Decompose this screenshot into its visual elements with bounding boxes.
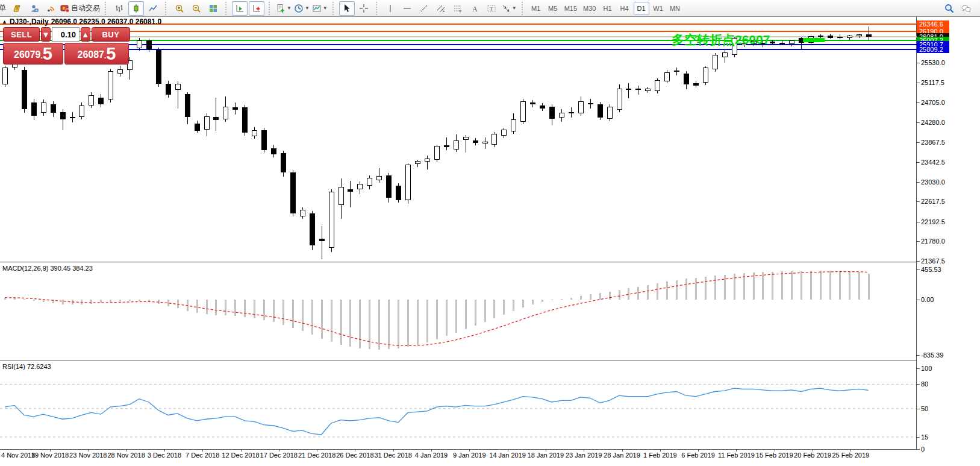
text-button[interactable]: A xyxy=(467,1,482,16)
tile-windows-button[interactable] xyxy=(205,1,221,16)
macd-histogram-bar xyxy=(599,293,601,300)
search-button[interactable] xyxy=(941,1,957,16)
time-axis[interactable]: 4 Nov 201819 Nov 201823 Nov 201828 Nov 2… xyxy=(0,449,917,466)
plot-layer[interactable] xyxy=(0,17,917,466)
crosshair-button[interactable] xyxy=(356,1,372,16)
chat-button[interactable] xyxy=(958,1,974,16)
volume-up-icon: ▲ xyxy=(81,30,89,39)
price-axis[interactable]: 25530.025117.524705.024280.023867.523442… xyxy=(917,17,980,466)
candlestick-chart-icon xyxy=(131,4,141,13)
candlestick-chart-button[interactable] xyxy=(128,1,144,16)
toolbar-separator xyxy=(376,2,379,15)
volume-up-button[interactable]: ▲ xyxy=(81,27,90,42)
macd-histogram-bar xyxy=(234,300,236,316)
templates-button[interactable]: ▼ xyxy=(311,1,328,16)
macd-histogram-bar xyxy=(724,275,726,300)
macd-histogram-bar xyxy=(426,300,428,342)
chevron-down-icon: ▼ xyxy=(287,6,292,11)
candle xyxy=(645,89,651,91)
macd-histogram-bar xyxy=(4,298,6,300)
candle xyxy=(549,107,555,119)
candle xyxy=(664,72,670,81)
signals-button[interactable] xyxy=(43,1,58,16)
price-tick-label: 23867.5 xyxy=(921,139,945,146)
macd-histogram-bar xyxy=(580,296,582,300)
sell-price-button[interactable]: 26079 . 5 xyxy=(3,43,63,65)
date-tick xyxy=(279,449,279,452)
macd-histogram-bar xyxy=(302,300,304,331)
chart-shift-button[interactable] xyxy=(249,1,264,16)
auto-scroll-button[interactable] xyxy=(232,1,248,16)
candle xyxy=(329,192,334,247)
candle xyxy=(713,55,718,69)
date-tick xyxy=(88,449,89,452)
navigator-button[interactable] xyxy=(26,1,42,16)
buy-button[interactable]: BUY xyxy=(92,27,130,42)
zoom-out-button[interactable] xyxy=(189,1,204,16)
candle xyxy=(626,89,631,90)
market-watch-button[interactable] xyxy=(9,1,25,16)
highlight-box xyxy=(803,38,825,42)
timeframe-button-m1[interactable]: M1 xyxy=(528,2,544,15)
rsi-pane-divider[interactable] xyxy=(0,360,980,362)
sell-button[interactable]: SELL xyxy=(3,27,40,42)
price-level-line xyxy=(0,49,917,50)
timeframe-button-mn[interactable]: MN xyxy=(667,2,683,15)
cursor-button[interactable] xyxy=(339,1,355,16)
toolbar-separator xyxy=(332,2,336,15)
new-order-button[interactable]: 单 xyxy=(0,1,8,16)
candle xyxy=(607,107,613,119)
signals-icon xyxy=(46,4,55,13)
vertical-line-button[interactable] xyxy=(382,1,398,16)
macd-histogram-bar xyxy=(619,290,620,300)
candle xyxy=(828,36,833,38)
timeframe-button-d1[interactable]: D1 xyxy=(634,2,649,15)
rsi-tick-label: 50 xyxy=(921,405,928,412)
macd-histogram-bar xyxy=(407,300,409,347)
macd-histogram-bar xyxy=(177,300,179,308)
rsi-label: RSI(14) 72.6243 xyxy=(2,363,51,370)
candle xyxy=(348,189,353,192)
buy-price-button[interactable]: 26087 . 5 xyxy=(64,43,129,65)
arrows-shapes-button[interactable]: ▼ xyxy=(501,1,517,16)
macd-histogram-bar xyxy=(829,271,831,300)
equidistant-channel-button[interactable]: E xyxy=(433,1,449,16)
candle xyxy=(588,103,593,104)
macd-pane-divider[interactable] xyxy=(0,262,980,263)
volume-down-button[interactable]: ▼ xyxy=(41,27,51,42)
price-tick-label: 25530.0 xyxy=(921,59,945,66)
volume-down-icon: ▼ xyxy=(42,30,49,39)
indicators-button[interactable]: ▼ xyxy=(275,1,292,16)
timeframe-button-h4[interactable]: H4 xyxy=(617,2,632,15)
bar-chart-button[interactable] xyxy=(111,1,127,16)
macd-histogram-bar xyxy=(503,300,505,315)
candle xyxy=(501,130,507,136)
macd-histogram-bar xyxy=(532,300,534,304)
text-label-button[interactable]: T xyxy=(484,1,499,16)
timeframe-button-h1[interactable]: H1 xyxy=(600,2,616,15)
horizontal-line-button[interactable] xyxy=(399,1,415,16)
line-chart-button[interactable] xyxy=(145,1,161,16)
timeframe-button-m5[interactable]: M5 xyxy=(545,2,561,15)
autotrading-button[interactable]: 自动交易 xyxy=(60,1,101,16)
macd-histogram-bar xyxy=(714,276,716,300)
date-tick xyxy=(469,449,470,452)
tile-windows-icon xyxy=(208,4,218,13)
date-tick xyxy=(393,449,394,452)
trendline-button[interactable] xyxy=(416,1,432,16)
candle xyxy=(818,36,823,37)
candle xyxy=(290,172,296,213)
arrows-shapes-icon xyxy=(501,4,511,13)
periods-button[interactable]: ▼ xyxy=(293,1,310,16)
macd-histogram-bar xyxy=(292,300,294,328)
macd-histogram-bar xyxy=(436,300,438,339)
timeframe-button-m30[interactable]: M30 xyxy=(581,2,598,15)
timeframe-button-w1[interactable]: W1 xyxy=(651,2,666,15)
zoom-in-button[interactable] xyxy=(172,1,187,16)
volume-input[interactable] xyxy=(52,27,80,42)
candle xyxy=(31,102,37,116)
candle xyxy=(473,140,478,143)
fibonacci-button[interactable]: F xyxy=(450,1,466,16)
candle xyxy=(540,105,545,109)
timeframe-button-m15[interactable]: M15 xyxy=(562,2,579,15)
